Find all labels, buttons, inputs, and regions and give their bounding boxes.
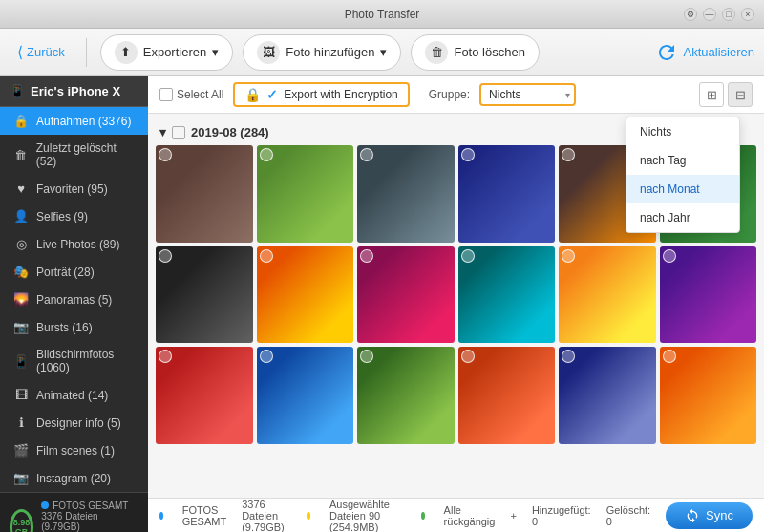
yellow-dot (307, 512, 310, 520)
back-button[interactable]: ⟨ Zurück (10, 39, 73, 65)
fotos-label: FOTOS GESAMT (53, 500, 128, 511)
grid-view-button[interactable]: ⊞ (699, 82, 724, 107)
photo-cell-8[interactable] (257, 246, 354, 344)
photo-cell-14[interactable] (257, 347, 354, 444)
list-view-button[interactable]: ⊟ (728, 82, 753, 107)
export-button[interactable]: ⬆ Exportieren ▾ (100, 34, 233, 71)
panoramas-icon: 🌄 (13, 292, 29, 307)
gruppe-select[interactable]: Nichts nach Tag nach Monat nach Jahr (479, 83, 576, 106)
check-icon: ✓ (266, 87, 278, 102)
bursts-label: Bursts (16) (36, 321, 93, 334)
sidebar-footer: 8.98 GB FOTOS GESAMT 3376 Dateien (9.79G… (0, 492, 148, 532)
encryption-checkbox[interactable]: 🔒 ✓ Export with Encryption (233, 82, 409, 107)
window-controls: ⚙ — □ × (684, 8, 754, 21)
close-button[interactable]: × (741, 8, 754, 21)
sidebar-item-favoriten[interactable]: ♥ Favoriten (95) (0, 175, 148, 202)
portraet-icon: 🎭 (13, 265, 29, 279)
refresh-button[interactable]: Aktualisieren (655, 41, 754, 64)
photo-cell-10[interactable] (458, 246, 556, 344)
dateien-count: 3376 Dateien (9.79GB) (41, 511, 138, 532)
bursts-icon: 📷 (13, 320, 29, 334)
status-bar: FOTOS GESAMT 3376 Dateien (9.79GB) Ausge… (148, 498, 764, 532)
minimize-button[interactable]: — (703, 8, 716, 21)
selfies-icon: 👤 (13, 209, 29, 223)
sidebar-item-instagram[interactable]: 📷 Instagram (20) (0, 464, 148, 492)
aufnahmen-icon: 🔒 (13, 114, 29, 128)
dropdown-option-nach-monat[interactable]: nach Monat (626, 175, 739, 203)
dropdown-option-nach-tag[interactable]: nach Tag (626, 146, 739, 175)
sync-button[interactable]: Sync (666, 502, 753, 529)
hinzugefuegt-label: Hinzugefügt: 0 (532, 504, 591, 527)
selfies-label: Selfies (9) (36, 210, 88, 223)
animated-icon: 🎞 (13, 388, 29, 402)
panoramas-label: Panoramas (5) (36, 293, 112, 307)
photo-cell-12[interactable] (660, 246, 757, 344)
storage-info: FOTOS GESAMT 3376 Dateien (9.79GB) Ausge… (41, 500, 138, 532)
sidebar-item-aufnahmen[interactable]: 🔒 Aufnahmen (3376) (0, 107, 148, 135)
export-icon: ⬆ (115, 41, 138, 64)
sidebar-item-animated[interactable]: 🎞 Animated (14) (0, 381, 148, 409)
photo-cell-16[interactable] (458, 347, 556, 444)
photo-check-7 (159, 249, 172, 263)
bildschirm-label: Bildschirmfotos (1060) (36, 348, 138, 374)
sidebar-item-designer[interactable]: ℹ Designer info (5) (0, 409, 148, 436)
sidebar-item-panoramas[interactable]: 🌄 Panoramas (5) (0, 286, 148, 313)
photo-check-16 (461, 350, 475, 363)
sidebar-item-portraet[interactable]: 🎭 Porträt (28) (0, 258, 148, 286)
add-photo-label: Foto hinzufügen (286, 45, 374, 59)
maximize-button[interactable]: □ (722, 8, 735, 21)
sidebar-item-live[interactable]: ◎ Live Photos (89) (0, 230, 148, 258)
sidebar-item-geloescht[interactable]: 🗑 Zuletzt gelöscht (52) (0, 135, 148, 175)
group-expand-icon[interactable]: ▾ (159, 125, 166, 139)
sync-icon (685, 508, 700, 523)
aufnahmen-label: Aufnahmen (3376) (36, 115, 131, 128)
add-photo-button[interactable]: 🖼 Foto hinzufügen ▾ (243, 34, 401, 71)
animated-label: Animated (14) (36, 389, 108, 402)
export-dropdown-icon: ▾ (212, 45, 219, 59)
favoriten-label: Favoriten (95) (36, 182, 108, 196)
group-checkbox[interactable] (172, 126, 185, 139)
refresh-label: Aktualisieren (684, 45, 754, 59)
sidebar-item-bildschirm[interactable]: 📱 Bildschirmfotos (1060) (0, 341, 148, 381)
sidebar: 📱 Eric's iPhone X 🔒 Aufnahmen (3376) 🗑 Z… (0, 76, 148, 532)
gruppe-dropdown-wrapper[interactable]: Nichts nach Tag nach Monat nach Jahr ▾ (479, 83, 576, 106)
content-toolbar: Select All 🔒 ✓ Export with Encryption Gr… (148, 76, 764, 114)
photo-cell-9[interactable] (357, 246, 455, 344)
photo-cell-15[interactable] (357, 347, 455, 444)
photo-cell-18[interactable] (660, 347, 757, 444)
bildschirm-icon: 📱 (13, 354, 29, 369)
photo-cell-13[interactable] (156, 347, 253, 444)
sidebar-item-bursts[interactable]: 📷 Bursts (16) (0, 313, 148, 341)
sidebar-item-film[interactable]: 🎬 Film scenes (1) (0, 436, 148, 464)
photo-cell-2[interactable] (257, 145, 354, 243)
add-dropdown-icon: ▾ (380, 45, 387, 59)
device-name-label: Eric's iPhone X (31, 84, 120, 98)
photo-cell-1[interactable] (156, 145, 253, 243)
device-name: 📱 Eric's iPhone X (0, 76, 148, 107)
settings-icon[interactable]: ⚙ (684, 8, 697, 21)
photo-cell-17[interactable] (559, 347, 656, 444)
export-label: Exportieren (143, 45, 206, 59)
ausgewaehlt-status: Ausgewählte Dateien 90 (254.9MB) (329, 499, 406, 533)
free-unit: GB (15, 527, 29, 533)
dropdown-option-nichts[interactable]: Nichts (626, 117, 739, 146)
live-label: Live Photos (89) (36, 238, 119, 251)
free-circle: 8.98 GB (10, 509, 33, 533)
free-storage: 8.98 GB FOTOS GESAMT 3376 Dateien (9.79G… (10, 500, 138, 532)
select-all-checkbox[interactable]: Select All (159, 88, 223, 101)
film-label: Film scenes (1) (36, 444, 115, 458)
lock-icon: 🔒 (244, 87, 261, 102)
photo-cell-4[interactable] (458, 145, 556, 243)
photo-cell-7[interactable] (156, 246, 253, 344)
portraet-label: Porträt (28) (36, 266, 95, 279)
sidebar-item-selfies[interactable]: 👤 Selfies (9) (0, 202, 148, 230)
photo-cell-3[interactable] (357, 145, 455, 243)
photo-check-18 (663, 350, 676, 363)
dropdown-option-nach-jahr[interactable]: nach Jahr (626, 203, 739, 232)
photo-cell-11[interactable] (559, 246, 656, 344)
gruppe-label: Gruppe: (429, 88, 470, 101)
select-all-label: Select All (177, 88, 223, 101)
delete-photo-button[interactable]: 🗑 Foto löschen (411, 34, 539, 71)
encryption-label: Export with Encryption (284, 88, 397, 101)
alle-rueckgaengig-label: Alle rückgängig (444, 504, 496, 527)
